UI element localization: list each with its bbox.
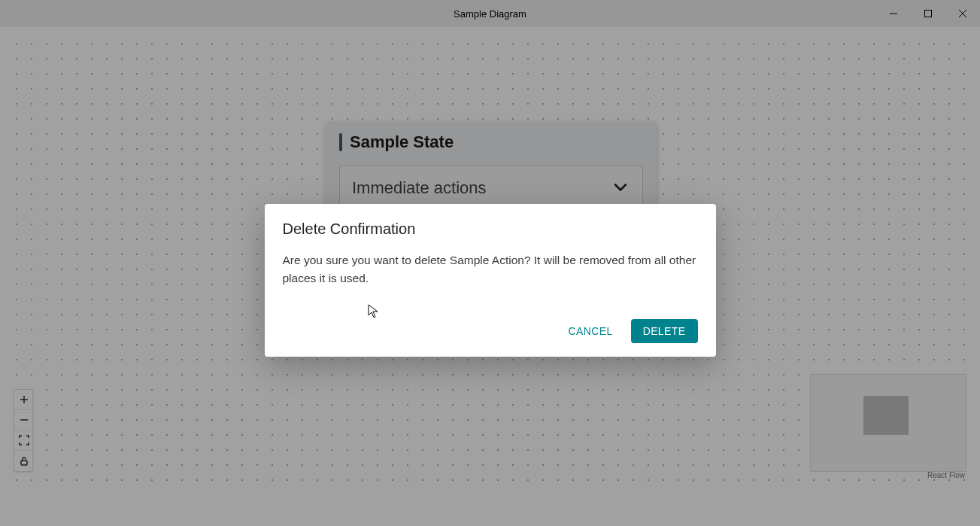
modal-overlay[interactable]: Delete Confirmation Are you sure you wan… [0,0,980,526]
cancel-button[interactable]: Cancel [556,319,624,343]
delete-button[interactable]: Delete [631,319,698,343]
dialog-body: Are you sure you want to delete Sample A… [283,251,698,287]
delete-confirmation-dialog: Delete Confirmation Are you sure you wan… [265,204,716,357]
dialog-title: Delete Confirmation [283,220,698,238]
dialog-actions: Cancel Delete [283,319,698,348]
